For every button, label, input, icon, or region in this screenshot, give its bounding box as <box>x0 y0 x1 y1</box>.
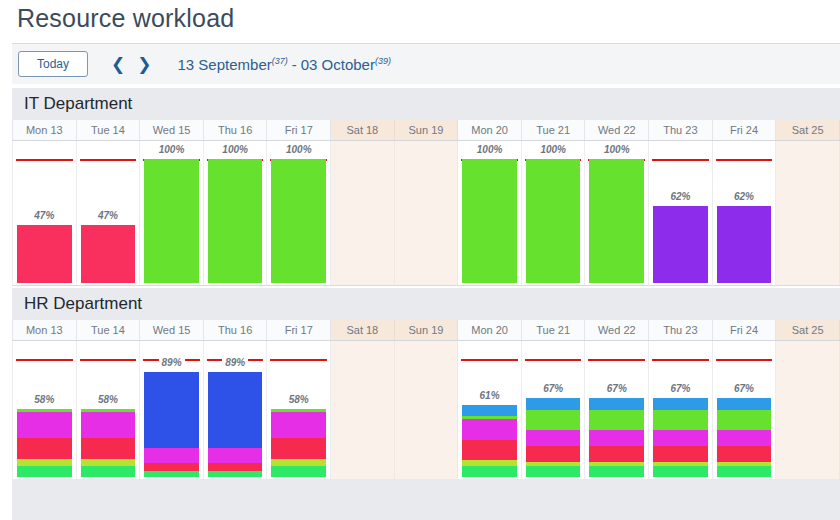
today-button[interactable]: Today <box>18 51 88 77</box>
workload-bar <box>653 398 708 477</box>
bar-segment <box>589 410 644 430</box>
workload-bar <box>144 372 199 477</box>
bar-value-text: 47% <box>95 210 121 221</box>
day-cell: 100% <box>204 141 268 285</box>
day-header-cell: Sat 18 <box>331 320 395 340</box>
section-it-department: IT Department Mon 13Tue 14Wed 15Thu 16Fr… <box>12 88 840 286</box>
workload-bar <box>208 159 263 283</box>
bar-segment <box>208 448 263 463</box>
bar-value-label: 47% <box>73 210 144 222</box>
prev-button[interactable]: ❮ <box>109 54 127 75</box>
bar-segment <box>717 446 772 461</box>
bar-value-label: 89% <box>136 357 207 369</box>
workload-bar <box>271 159 326 283</box>
bar-segment <box>144 471 199 477</box>
bar-segment <box>144 159 199 283</box>
bar-segment <box>653 410 708 430</box>
bar-value-text: 100% <box>537 144 569 155</box>
bar-value-label: 58% <box>263 394 334 406</box>
section-header: HR Department <box>12 288 840 320</box>
bar-value-text: 67% <box>731 383 757 394</box>
day-header-cell: Fri 24 <box>713 320 777 340</box>
bar-segment <box>271 466 326 477</box>
day-header-cell: Sat 25 <box>776 120 840 140</box>
day-header-row: Mon 13Tue 14Wed 15Thu 16Fri 17Sat 18Sun … <box>12 320 840 341</box>
day-header-cell: Sun 19 <box>395 120 459 140</box>
capacity-line <box>16 159 73 161</box>
workload-bar <box>208 372 263 477</box>
date-range: 13 September(37)-03 October(39) <box>178 56 391 73</box>
workload-bar <box>526 159 581 283</box>
bar-value-label: 67% <box>518 383 589 395</box>
workload-bar <box>81 409 136 477</box>
day-header-cell: Fri 24 <box>713 120 777 140</box>
day-header-cell: Fri 17 <box>267 320 331 340</box>
bar-value-text: 67% <box>667 383 693 394</box>
bar-segment <box>271 459 326 466</box>
bar-value-text: 89% <box>222 357 248 368</box>
bar-segment <box>144 463 199 471</box>
bar-segment <box>271 438 326 459</box>
day-header-cell: Wed 15 <box>140 120 204 140</box>
day-header-cell: Sat 25 <box>776 320 840 340</box>
day-cell: 100% <box>458 141 522 285</box>
workload-bar <box>462 159 517 283</box>
bar-segment <box>208 471 263 477</box>
bar-segment <box>462 159 517 283</box>
bar-value-label: 100% <box>136 144 207 156</box>
bar-value-text: 47% <box>31 210 57 221</box>
day-cell <box>331 341 395 479</box>
bar-segment <box>526 159 581 283</box>
bar-segment <box>526 466 581 477</box>
day-header-cell: Tue 14 <box>77 120 141 140</box>
day-header-cell: Wed 22 <box>585 120 649 140</box>
day-header-cell: Wed 15 <box>140 320 204 340</box>
bar-segment <box>17 459 72 466</box>
day-header-row: Mon 13Tue 14Wed 15Thu 16Fri 17Sat 18Sun … <box>12 120 840 141</box>
workload-bar <box>717 206 772 283</box>
bar-segment <box>81 225 136 283</box>
workload-bar <box>653 206 708 283</box>
bar-value-label: 100% <box>263 144 334 156</box>
bar-value-text: 58% <box>95 394 121 405</box>
bar-segment <box>589 398 644 410</box>
capacity-line <box>588 359 645 361</box>
bar-segment <box>526 446 581 461</box>
bar-segment <box>17 412 72 438</box>
bar-segment <box>81 459 136 466</box>
bar-value-text: 58% <box>286 394 312 405</box>
capacity-line <box>525 359 582 361</box>
workload-bar <box>17 225 72 283</box>
chevron-left-icon: ❮ <box>111 54 125 74</box>
day-cell: 89% <box>204 341 268 479</box>
bar-segment <box>462 419 517 440</box>
bar-segment <box>717 206 772 283</box>
bar-value-label: 89% <box>200 357 271 369</box>
date-range-separator: - <box>292 56 297 73</box>
day-cell: 89% <box>140 341 204 479</box>
day-header-cell: Mon 13 <box>13 120 77 140</box>
section-header: IT Department <box>12 88 840 120</box>
chevron-right-icon: ❯ <box>137 54 151 74</box>
bar-value-text: 100% <box>156 144 188 155</box>
toolbar: Today ❮ ❯ 13 September(37)-03 October(39… <box>12 43 840 84</box>
bar-value-label: 47% <box>9 210 80 222</box>
section-hr-department: HR Department Mon 13Tue 14Wed 15Thu 16Fr… <box>12 288 840 480</box>
workload-bar <box>589 398 644 477</box>
bar-value-text: 100% <box>474 144 506 155</box>
day-cell <box>395 341 459 479</box>
bar-segment <box>462 440 517 460</box>
day-header-cell: Thu 16 <box>204 120 268 140</box>
bar-value-text: 67% <box>540 383 566 394</box>
bar-value-label: 67% <box>645 383 716 395</box>
capacity-line <box>652 359 709 361</box>
bar-value-text: 67% <box>604 383 630 394</box>
day-cell: 47% <box>13 141 77 285</box>
bar-segment <box>526 430 581 447</box>
bar-value-text: 100% <box>283 144 315 155</box>
day-header-cell: Thu 23 <box>649 120 713 140</box>
day-header-cell: Wed 22 <box>585 320 649 340</box>
next-button[interactable]: ❯ <box>135 54 153 75</box>
bar-segment <box>144 372 199 448</box>
capacity-line <box>80 159 137 161</box>
